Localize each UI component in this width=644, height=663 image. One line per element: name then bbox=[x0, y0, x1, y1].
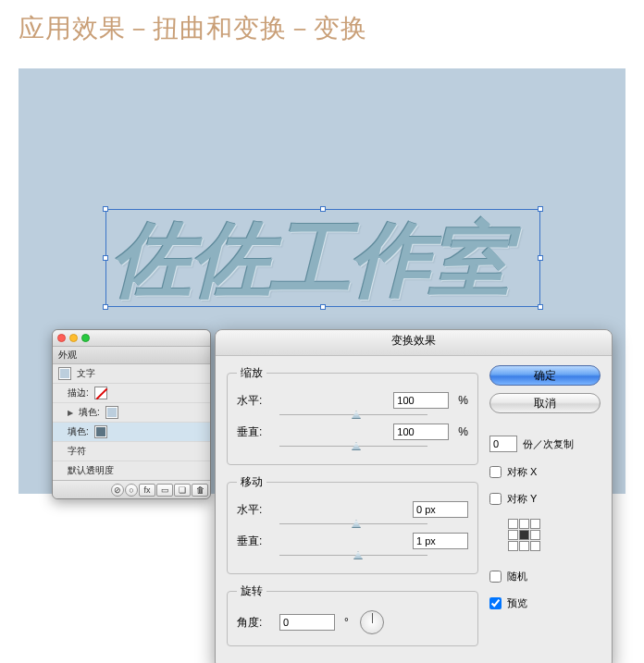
object-thumbnail-icon bbox=[58, 367, 71, 380]
appearance-target[interactable]: 文字 bbox=[53, 364, 210, 384]
move-h-input[interactable] bbox=[413, 501, 468, 518]
scale-v-label: 垂直: bbox=[237, 424, 274, 440]
scale-h-label: 水平: bbox=[237, 393, 274, 409]
panel-titlebar[interactable] bbox=[53, 330, 210, 347]
scale-h-slider[interactable] bbox=[279, 411, 427, 420]
scale-h-unit: % bbox=[458, 394, 468, 407]
move-v-slider[interactable] bbox=[279, 551, 427, 560]
duplicate-icon[interactable]: ❏ bbox=[174, 484, 191, 497]
stroke-row[interactable]: 描边: bbox=[53, 384, 210, 403]
transform-dialog: 变换效果 缩放 水平: % 垂直: % bbox=[215, 329, 613, 663]
scale-v-input[interactable] bbox=[393, 424, 449, 440]
fill-label-2: 填色: bbox=[68, 425, 89, 438]
move-h-label: 水平: bbox=[237, 502, 274, 518]
move-v-label: 垂直: bbox=[237, 534, 274, 549]
appearance-tab[interactable]: 外观 bbox=[53, 347, 210, 364]
opacity-row[interactable]: 默认透明度 bbox=[53, 461, 210, 480]
scale-legend: 缩放 bbox=[237, 365, 266, 381]
clear-icon[interactable]: ○ bbox=[125, 484, 138, 497]
fx-icon[interactable]: fx bbox=[139, 484, 155, 497]
reflect-x-checkbox[interactable] bbox=[489, 466, 502, 478]
cancel-button[interactable]: 取消 bbox=[489, 393, 601, 413]
random-label: 随机 bbox=[507, 570, 527, 583]
disclosure-triangle-icon[interactable]: ▶ bbox=[68, 409, 73, 417]
random-checkbox[interactable] bbox=[489, 571, 502, 583]
minimize-icon[interactable] bbox=[69, 334, 78, 342]
stroke-label: 描边: bbox=[68, 387, 89, 399]
move-group: 移动 水平: 垂直: bbox=[227, 474, 478, 574]
page-title: 应用效果－扭曲和变换－变换 bbox=[0, 0, 644, 46]
characters-label: 字符 bbox=[68, 445, 86, 458]
angle-label: 角度: bbox=[237, 615, 274, 631]
scale-h-input[interactable] bbox=[393, 392, 449, 409]
rotate-legend: 旋转 bbox=[237, 583, 266, 599]
close-icon[interactable] bbox=[57, 334, 66, 342]
stroke-none-swatch-icon[interactable] bbox=[94, 387, 107, 399]
preview-checkbox[interactable] bbox=[489, 597, 502, 609]
fill-row-2[interactable]: 填色: bbox=[53, 423, 210, 442]
scale-v-unit: % bbox=[458, 425, 468, 438]
move-h-slider[interactable] bbox=[279, 520, 427, 529]
selection-bounds bbox=[105, 209, 540, 307]
scale-group: 缩放 水平: % 垂直: % bbox=[227, 365, 478, 465]
new-fill-icon[interactable]: ▭ bbox=[156, 484, 173, 497]
dialog-title: 变换效果 bbox=[216, 330, 612, 356]
characters-row[interactable]: 字符 bbox=[53, 442, 210, 461]
preview-label: 预览 bbox=[507, 596, 527, 610]
scale-v-slider[interactable] bbox=[279, 442, 427, 451]
no-fill-icon[interactable]: ⊘ bbox=[111, 484, 124, 497]
rotate-group: 旋转 角度: ° bbox=[227, 583, 478, 646]
degree-unit: ° bbox=[344, 616, 349, 629]
appearance-panel[interactable]: 外观 文字 描边: ▶ 填色: 填色: 字符 默认透明度 ⊘ ○ fx ▭ ❏ … bbox=[52, 329, 211, 499]
zoom-icon[interactable] bbox=[81, 334, 90, 342]
origin-selector[interactable] bbox=[508, 519, 601, 551]
reflect-x-label: 对称 X bbox=[507, 465, 537, 479]
panel-footer: ⊘ ○ fx ▭ ❏ 🗑 bbox=[53, 480, 210, 498]
trash-icon[interactable]: 🗑 bbox=[192, 484, 208, 497]
appearance-object-label: 文字 bbox=[77, 367, 95, 380]
copies-label: 份／次复制 bbox=[523, 437, 574, 451]
reflect-y-label: 对称 Y bbox=[507, 492, 537, 506]
angle-input[interactable] bbox=[279, 614, 335, 631]
fill-row-1[interactable]: ▶ 填色: bbox=[53, 403, 210, 423]
fill-swatch-1-icon[interactable] bbox=[105, 406, 118, 419]
ok-button[interactable]: 确定 bbox=[489, 365, 601, 386]
angle-dial-icon[interactable] bbox=[360, 610, 384, 634]
opacity-label: 默认透明度 bbox=[68, 464, 114, 477]
copies-input[interactable] bbox=[489, 436, 517, 452]
move-legend: 移动 bbox=[237, 474, 266, 490]
fill-label-1: 填色: bbox=[79, 406, 100, 419]
reflect-y-checkbox[interactable] bbox=[489, 493, 502, 505]
move-v-input[interactable] bbox=[413, 533, 468, 549]
fill-swatch-2-icon[interactable] bbox=[94, 425, 107, 438]
